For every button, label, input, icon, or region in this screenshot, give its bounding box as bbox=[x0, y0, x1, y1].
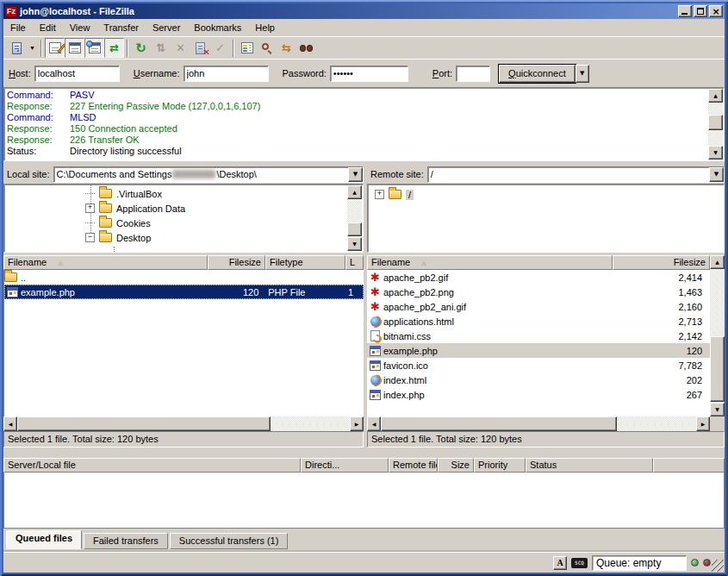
maximize-button[interactable] bbox=[694, 5, 707, 17]
minimize-button[interactable] bbox=[678, 5, 692, 17]
scrollbar-thumb[interactable] bbox=[17, 416, 271, 431]
toggle-remote-tree-icon[interactable] bbox=[84, 38, 104, 58]
scrollbar-thumb[interactable] bbox=[347, 222, 362, 236]
column-header-filesize[interactable]: Filesize bbox=[613, 255, 710, 270]
scrollbar-thumb[interactable] bbox=[710, 336, 725, 402]
resize-grip[interactable] bbox=[712, 560, 724, 572]
file-row[interactable]: ✱apache_pb2.png1,463 bbox=[367, 285, 710, 299]
combo-dropdown-icon[interactable]: ▼ bbox=[348, 167, 363, 182]
php-file-icon bbox=[370, 346, 381, 356]
scroll-down-icon[interactable]: ▼ bbox=[347, 237, 362, 251]
scroll-down-icon[interactable]: ▼ bbox=[708, 146, 723, 160]
combo-dropdown-icon[interactable]: ▼ bbox=[709, 167, 724, 182]
tree-item-root[interactable]: + / bbox=[368, 187, 724, 202]
column-header-filename[interactable]: Filename▲ bbox=[3, 255, 208, 270]
local-path-prefix: C:\Documents and Settings bbox=[57, 169, 172, 179]
toolbar-separator bbox=[127, 40, 128, 57]
scroll-up-icon[interactable]: ▲ bbox=[708, 89, 723, 103]
file-row-example-php[interactable]: example.php 120 PHP File 1 bbox=[4, 285, 364, 299]
compare-directories-icon[interactable] bbox=[257, 38, 277, 58]
queue-column-remote-file[interactable]: Remote file bbox=[389, 458, 438, 473]
scroll-right-icon[interactable]: ▶ bbox=[696, 416, 710, 431]
column-header-last-modified[interactable]: L bbox=[345, 255, 364, 270]
remote-site-combobox[interactable]: / ▼ bbox=[427, 166, 725, 183]
toggle-message-log-icon[interactable] bbox=[45, 38, 65, 58]
close-button[interactable]: × bbox=[709, 5, 723, 17]
scrollbar-thumb[interactable] bbox=[708, 115, 723, 130]
local-tree-scrollbar[interactable]: ▲ ▼ bbox=[347, 185, 362, 251]
queue-column-server-local-file[interactable]: Server/Local file bbox=[3, 458, 301, 473]
tree-item-virtualbox[interactable]: .VirtualBox bbox=[4, 186, 347, 201]
menu-transfer[interactable]: Transfer bbox=[96, 21, 146, 34]
tab-queued-files[interactable]: Queued files bbox=[6, 530, 82, 549]
cancel-operation-icon[interactable]: ✕ bbox=[171, 38, 190, 58]
file-row[interactable]: ✱apache_pb2.gif2,414 bbox=[367, 270, 710, 285]
file-row[interactable]: applications.html2,713 bbox=[367, 314, 710, 329]
queue-column-status[interactable]: Status bbox=[526, 458, 653, 473]
remote-list-hscrollbar[interactable]: ◀ ▶ bbox=[367, 416, 710, 431]
synchronized-browsing-icon[interactable]: ⇆ bbox=[277, 38, 296, 58]
toggle-transfer-queue-icon[interactable]: ⇄ bbox=[104, 38, 124, 58]
refresh-icon[interactable]: ↻ bbox=[131, 38, 151, 58]
quickconnect-button[interactable]: Quickconnect bbox=[499, 65, 576, 83]
scroll-left-icon[interactable]: ◀ bbox=[367, 416, 381, 431]
collapse-icon[interactable]: − bbox=[85, 233, 95, 242]
file-row-example-php[interactable]: example.php120 bbox=[367, 343, 710, 358]
process-queue-icon[interactable]: ⇅ bbox=[151, 38, 171, 58]
scroll-up-icon[interactable]: ▲ bbox=[347, 185, 362, 199]
site-manager-dropdown-icon[interactable]: ▼ bbox=[27, 38, 38, 58]
quickconnect-dropdown-icon[interactable]: ▼ bbox=[576, 65, 589, 83]
port-input[interactable] bbox=[456, 66, 490, 82]
transfer-type-indicator-icon[interactable]: A bbox=[553, 556, 567, 570]
speed-limits-icon[interactable]: SCQ bbox=[571, 558, 588, 568]
file-row[interactable]: favicon.ico7,782 bbox=[367, 358, 710, 373]
scrollbar-thumb[interactable] bbox=[381, 416, 617, 431]
directory-filters-icon[interactable] bbox=[237, 38, 257, 58]
site-manager-icon[interactable] bbox=[7, 38, 27, 58]
scroll-down-icon[interactable]: ▼ bbox=[710, 403, 725, 416]
expand-icon[interactable]: + bbox=[375, 190, 384, 199]
local-site-combobox[interactable]: C:\Documents and Settings\Desktop\ ▼ bbox=[53, 166, 364, 183]
tree-item-cookies[interactable]: Cookies bbox=[4, 216, 347, 230]
scroll-up-icon[interactable]: ▲ bbox=[710, 255, 725, 269]
tree-item-application-data[interactable]: +Application Data bbox=[4, 201, 347, 216]
menu-file[interactable]: File bbox=[3, 21, 33, 34]
scroll-right-icon[interactable]: ▶ bbox=[350, 416, 364, 431]
file-row-parent-dir[interactable]: .. bbox=[4, 270, 364, 285]
file-row[interactable]: index.php267 bbox=[367, 387, 710, 402]
tab-successful-transfers[interactable]: Successful transfers (1) bbox=[170, 533, 289, 549]
file-row[interactable]: index.html202 bbox=[367, 373, 710, 387]
toggle-local-tree-icon[interactable] bbox=[65, 38, 84, 58]
password-input[interactable] bbox=[330, 66, 408, 82]
menu-server[interactable]: Server bbox=[146, 21, 187, 34]
transfer-queue-list[interactable] bbox=[3, 473, 725, 529]
column-header-filesize[interactable]: Filesize bbox=[208, 255, 265, 270]
remote-list-scrollbar[interactable]: ▲ ▼ bbox=[710, 255, 725, 416]
column-header-filetype[interactable]: Filetype bbox=[265, 255, 345, 270]
queue-column-priority[interactable]: Priority bbox=[474, 458, 526, 473]
queue-column-direction[interactable]: Directi... bbox=[301, 458, 389, 473]
image-file-icon: ✱ bbox=[370, 286, 380, 297]
file-row[interactable]: bitnami.css2,142 bbox=[367, 329, 710, 343]
disconnect-icon[interactable]: ✕ bbox=[190, 38, 210, 58]
log-scrollbar[interactable]: ▲ ▼ bbox=[708, 89, 723, 160]
tab-failed-transfers[interactable]: Failed transfers bbox=[84, 533, 168, 549]
menu-help[interactable]: Help bbox=[248, 21, 282, 34]
menu-bookmarks[interactable]: Bookmarks bbox=[187, 21, 248, 34]
tree-connector bbox=[114, 247, 115, 253]
reconnect-icon[interactable]: ✓ bbox=[210, 38, 230, 58]
file-row[interactable]: ✱apache_pb2_ani.gif2,160 bbox=[367, 299, 710, 314]
find-files-icon[interactable] bbox=[296, 38, 316, 58]
local-directory-tree: .VirtualBox +Application Data Cookies −D… bbox=[3, 184, 364, 253]
username-input[interactable] bbox=[184, 66, 269, 82]
tree-item-desktop[interactable]: −Desktop bbox=[4, 230, 347, 245]
scroll-left-icon[interactable]: ◀ bbox=[3, 416, 17, 431]
queue-column-size[interactable]: Size bbox=[438, 458, 474, 473]
expand-icon[interactable]: + bbox=[85, 203, 95, 213]
menu-view[interactable]: View bbox=[63, 21, 97, 34]
folder-icon bbox=[99, 233, 112, 242]
menu-edit[interactable]: Edit bbox=[33, 21, 63, 34]
column-header-filename[interactable]: Filename▲ bbox=[367, 255, 613, 270]
local-list-hscrollbar[interactable]: ◀ ▶ bbox=[3, 416, 364, 431]
host-input[interactable] bbox=[34, 66, 120, 82]
